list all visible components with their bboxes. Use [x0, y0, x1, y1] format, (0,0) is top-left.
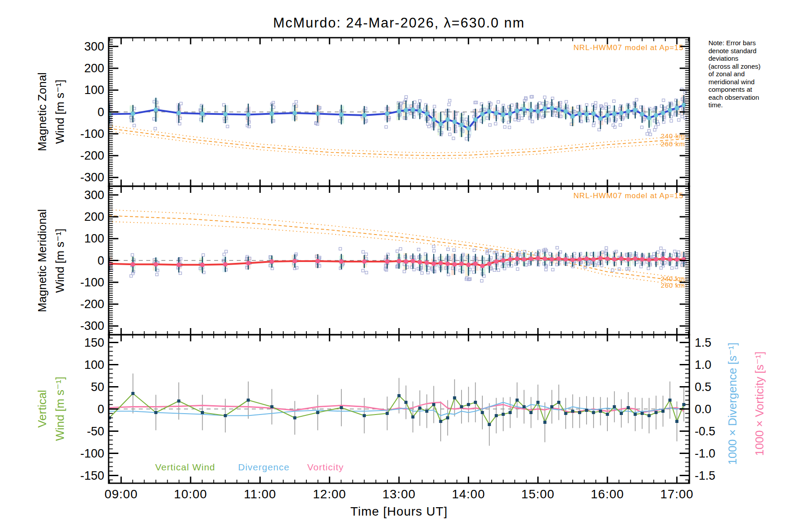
y-tick-label: 100 — [84, 83, 104, 97]
data-marker — [556, 257, 561, 261]
zone-sample-marker — [508, 126, 511, 129]
data-marker — [641, 412, 644, 415]
zone-sample-marker — [549, 252, 552, 255]
data-marker — [523, 405, 526, 408]
data-marker — [386, 412, 389, 415]
data-marker — [452, 120, 457, 124]
data-marker — [578, 411, 581, 414]
zone-sample-marker — [520, 117, 523, 119]
data-marker — [154, 411, 157, 414]
zone-sample-marker — [657, 251, 659, 254]
y-tick-label: 200 — [84, 62, 104, 75]
zone-sample-marker — [654, 126, 657, 129]
data-marker — [654, 257, 658, 262]
data-marker — [466, 126, 471, 130]
data-marker — [571, 410, 574, 413]
data-marker — [316, 411, 319, 414]
zone-sample-marker — [607, 106, 610, 108]
zone-sample-marker — [497, 101, 500, 103]
x-tick-label: 16:00 — [591, 487, 624, 501]
zone-sample-marker — [516, 268, 519, 270]
zone-sample-marker — [225, 250, 227, 253]
data-marker — [633, 108, 638, 113]
data-marker — [131, 262, 135, 266]
data-marker — [446, 416, 449, 419]
zone-sample-marker — [433, 250, 435, 252]
data-marker — [536, 109, 540, 113]
data-marker — [404, 108, 408, 113]
y-tick-label: 100 — [84, 232, 104, 245]
data-marker — [397, 259, 401, 263]
x-tick-label: 14:00 — [452, 487, 485, 501]
data-marker — [509, 411, 512, 414]
data-marker — [473, 117, 477, 122]
x-tick-label: 10:00 — [174, 487, 207, 501]
zone-sample-marker — [613, 100, 615, 102]
zone-sample-marker — [473, 271, 475, 274]
data-marker — [431, 117, 436, 122]
ylabel-magnetic-meridional: Magnetic Meridional Wind [m s⁻¹] — [33, 181, 69, 340]
zone-sample-marker — [465, 118, 468, 121]
zone-sample-marker — [179, 272, 182, 274]
data-marker — [131, 111, 135, 116]
data-marker — [557, 401, 560, 404]
zone-sample-marker — [433, 105, 436, 108]
y-tick-label: 100 — [84, 358, 104, 372]
data-marker — [508, 111, 512, 116]
y-tick-label: -300 — [80, 319, 104, 332]
vorticity-line — [110, 403, 684, 413]
y-tick-label: 50 — [91, 380, 104, 394]
data-marker — [508, 257, 512, 262]
data-marker — [584, 257, 589, 261]
data-marker — [619, 111, 623, 115]
wind-plot-page: 240 km260 km3002001000-100-200-300240 km… — [0, 0, 798, 532]
data-marker — [605, 257, 610, 261]
zone-sample-marker — [403, 270, 406, 273]
ylabel-divergence-right: 1000 × Divergence [s⁻¹] — [726, 297, 739, 510]
y-tick-label: 200 — [84, 210, 104, 223]
zone-sample-marker — [154, 127, 156, 130]
zone-sample-marker — [202, 254, 204, 256]
zone-sample-marker — [544, 268, 547, 271]
data-marker — [585, 409, 588, 412]
zone-sample-marker — [226, 125, 229, 128]
data-marker — [571, 114, 575, 118]
zone-sample-marker — [489, 124, 491, 126]
data-marker — [404, 401, 407, 404]
data-marker — [675, 420, 678, 423]
data-marker — [411, 108, 415, 112]
data-marker — [556, 108, 561, 112]
data-marker — [501, 258, 505, 263]
zone-sample-marker — [662, 99, 665, 102]
data-marker — [419, 407, 422, 410]
zone-sample-marker — [156, 273, 158, 276]
ylabel-vertical-wind: Vertical Wind [m s⁻¹] — [33, 329, 69, 489]
y-tick-label: -50 — [87, 425, 104, 438]
data-marker — [446, 262, 450, 266]
data-marker — [515, 109, 519, 113]
data-marker — [620, 412, 623, 415]
zone-sample-marker — [648, 129, 650, 132]
data-marker — [669, 399, 672, 402]
zone-sample-marker — [421, 272, 423, 274]
data-marker — [362, 259, 367, 264]
data-marker — [633, 257, 638, 261]
zone-sample-marker — [365, 271, 368, 274]
zone-sample-marker — [605, 103, 607, 106]
data-marker — [544, 421, 547, 424]
y-tick-label: 0 — [98, 106, 104, 119]
zone-sample-marker — [605, 246, 608, 249]
data-marker — [431, 262, 436, 266]
data-marker — [661, 257, 665, 261]
data-marker — [432, 403, 435, 406]
data-marker — [536, 401, 540, 404]
data-marker — [453, 396, 456, 399]
model-label-meridional: NRL-HWM07 model at Ap=15 — [462, 192, 684, 200]
data-marker — [293, 416, 296, 419]
data-marker — [223, 262, 227, 266]
data-marker — [316, 111, 320, 116]
zone-sample-marker — [453, 249, 455, 251]
data-marker — [577, 111, 582, 116]
data-marker — [648, 414, 651, 417]
zone-sample-marker — [635, 98, 638, 101]
